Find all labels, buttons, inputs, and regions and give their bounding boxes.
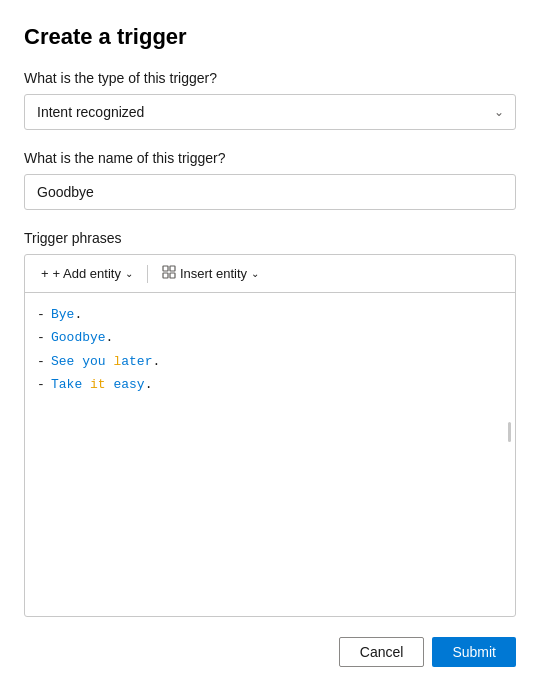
list-item: - Goodbye. — [37, 326, 503, 349]
trigger-phrases-label: Trigger phrases — [24, 230, 516, 246]
phrase-text: Goodbye. — [51, 326, 113, 349]
add-entity-label: + Add entity — [53, 266, 121, 281]
phrase-text: Take it easy. — [51, 373, 152, 396]
insert-entity-label: Insert entity — [180, 266, 247, 281]
phrase-dash: - — [37, 303, 47, 326]
svg-rect-3 — [170, 273, 175, 278]
add-entity-chevron-icon: ⌄ — [125, 268, 133, 279]
submit-button[interactable]: Submit — [432, 637, 516, 667]
trigger-type-label: What is the type of this trigger? — [24, 70, 516, 86]
phrase-dash: - — [37, 373, 47, 396]
trigger-type-select-wrapper: Intent recognized Message received Event… — [24, 94, 516, 130]
phrases-toolbar: + + Add entity ⌄ Insert entity ⌄ — [25, 255, 515, 293]
trigger-phrases-container: + + Add entity ⌄ Insert entity ⌄ - Bye. — [24, 254, 516, 617]
toolbar-separator — [147, 265, 148, 283]
trigger-type-select[interactable]: Intent recognized Message received Event… — [24, 94, 516, 130]
trigger-name-label: What is the name of this trigger? — [24, 150, 516, 166]
phrase-dash: - — [37, 326, 47, 349]
list-item: - Take it easy. — [37, 373, 503, 396]
insert-icon — [162, 265, 176, 282]
trigger-name-input[interactable] — [24, 174, 516, 210]
svg-rect-1 — [170, 266, 175, 271]
svg-rect-2 — [163, 273, 168, 278]
insert-entity-chevron-icon: ⌄ — [251, 268, 259, 279]
scrollbar-indicator — [508, 422, 511, 442]
list-item: - Bye. — [37, 303, 503, 326]
phrases-content[interactable]: - Bye. - Goodbye. - See you later. - Tak… — [25, 293, 515, 616]
footer-buttons: Cancel Submit — [24, 637, 516, 667]
add-entity-button[interactable]: + + Add entity ⌄ — [35, 262, 139, 285]
svg-rect-0 — [163, 266, 168, 271]
page-title: Create a trigger — [24, 24, 516, 50]
phrase-dash: - — [37, 350, 47, 373]
insert-entity-button[interactable]: Insert entity ⌄ — [156, 261, 265, 286]
plus-icon: + — [41, 266, 49, 281]
phrase-text: See you later. — [51, 350, 160, 373]
list-item: - See you later. — [37, 350, 503, 373]
phrase-text: Bye. — [51, 303, 82, 326]
cancel-button[interactable]: Cancel — [339, 637, 425, 667]
